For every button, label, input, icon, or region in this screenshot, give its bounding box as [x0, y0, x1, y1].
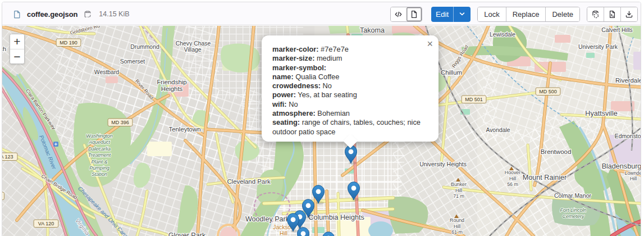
map-label: Lownde [625, 170, 641, 176]
gitlab-file-viewer: coffee.geojson 14.15 KiB [0, 0, 644, 236]
map[interactable]: MD 190MD 396MD 500MD 501VA 120A 1239 Tak… [2, 26, 641, 236]
popup-close-button[interactable]: × [426, 38, 434, 50]
popup-field: atmosphere: Bohemian [272, 109, 426, 118]
route-shield [2, 192, 4, 200]
map-label: Woodley Park [245, 215, 290, 223]
chevron-down-icon [459, 12, 465, 16]
map-label: Tenleytown [169, 126, 201, 133]
zoom-in-button[interactable]: + [10, 34, 24, 49]
route-shield-label: A 123 [2, 154, 13, 160]
map-label: University Heights [419, 161, 467, 167]
map-label: Glover Park [168, 232, 206, 236]
map-label: Colmar Manor [554, 193, 591, 199]
zoom-out-button[interactable]: − [10, 49, 24, 63]
map-label: Heights [161, 85, 183, 92]
copy-file-contents-icon[interactable] [587, 7, 604, 21]
route-shield-label: MD 501 [465, 97, 483, 102]
view-toggle-group [390, 7, 422, 22]
map-label: Somerset [120, 58, 145, 65]
map-label: Mount Rainier [523, 174, 567, 181]
file-name: coffee.geojson [27, 10, 77, 19]
map-label: Bunker [451, 181, 467, 187]
popup-field: seating: range of chairs, tables, couche… [272, 118, 426, 137]
map-label: Friendship [157, 79, 186, 85]
map-label: Round [450, 217, 464, 223]
map-label: Fort Lincoln [560, 207, 586, 213]
map-label: Columbia Heights [308, 214, 364, 221]
map-label: Village [184, 47, 201, 53]
map-label: Hill [280, 230, 287, 236]
file-size: 14.15 KiB [99, 10, 129, 18]
file-title-group: coffee.geojson 14.15 KiB [12, 9, 130, 20]
route-shield-label: VA 120 [38, 221, 54, 226]
map-label: Hill [630, 176, 637, 181]
copy-file-path-icon[interactable] [83, 9, 93, 19]
map-label: ch [2, 46, 6, 52]
file-actions: Edit Lock Replace Delete [390, 7, 638, 22]
map-label: Hill [454, 224, 460, 229]
map-label: Pumping [89, 165, 109, 171]
map-label: 61 m [451, 229, 463, 235]
zoom-control: + − [10, 34, 25, 64]
map-label: Brentwood [541, 148, 571, 155]
route-shield-label: MD 190 [60, 40, 77, 46]
open-raw-icon[interactable] [604, 7, 620, 21]
map-label: Riverdale [615, 77, 641, 84]
download-icon[interactable] [620, 7, 637, 21]
map-popup: marker-color: #7e7e7emarker-size: medium… [262, 35, 439, 142]
route-shield-label: MD 396 [111, 120, 129, 125]
map-label: Cemetery [562, 214, 584, 219]
display-source-button[interactable] [391, 7, 406, 21]
map-label: 71 m [453, 193, 464, 199]
map-label: Hill [509, 176, 516, 181]
popup-field: marker-color: #7e7e7e [272, 45, 426, 54]
map-label: Hyattsville [585, 110, 617, 117]
replace-button[interactable]: Replace [506, 7, 546, 21]
map-label: Lewisdale [490, 31, 515, 38]
map-label: Drummond [130, 44, 159, 50]
popup-field: power: Yes, at bar seating [272, 90, 426, 99]
map-label: Treatment [88, 152, 111, 158]
map-label: Hoover [505, 170, 520, 175]
map-label: Bladensburg [602, 162, 641, 170]
popup-field: name: Qualia Coffee [272, 72, 426, 81]
popup-field: wifi: No [272, 100, 426, 109]
map-label: Avondale [486, 127, 510, 133]
popup-field: marker-size: medium [272, 54, 426, 63]
popup-field: crowdedness: No [272, 81, 426, 90]
map-label: Edmonston [615, 133, 641, 139]
map-label: Dalecarlia [88, 146, 111, 152]
map-label: Station [92, 171, 107, 177]
map-label: Westbard [94, 69, 119, 75]
lock-button[interactable]: Lock [478, 7, 505, 21]
map-label: Chevy Chase [176, 40, 211, 47]
map-label: Cleveland Park [227, 178, 271, 185]
file-buttons-group: Lock Replace Delete [477, 7, 580, 22]
edit-button[interactable]: Edit [431, 7, 453, 22]
file-icon [12, 9, 22, 20]
map-label: Washington [86, 133, 112, 139]
map-label: Calvert Hills [601, 27, 632, 33]
map-label: Aqueduct [88, 139, 111, 145]
popup-content: marker-color: #7e7e7emarker-size: medium… [262, 35, 439, 143]
map-label: Plant & [91, 159, 107, 165]
delete-button[interactable]: Delete [545, 7, 579, 21]
map-label: 56 m [507, 181, 518, 187]
route-shield-label: MD 500 [539, 89, 557, 94]
file-card: coffee.geojson 14.15 KiB [2, 2, 641, 236]
display-rendered-button[interactable] [406, 7, 422, 21]
map-label: University Park [578, 44, 618, 50]
map-label: Chillum [441, 69, 462, 76]
file-icon-buttons-group [587, 7, 638, 22]
edit-dropdown-button[interactable] [453, 7, 471, 22]
map-label: Hill [455, 188, 462, 193]
popup-field: marker-symbol: [272, 63, 426, 72]
map-label: Takoma [360, 26, 385, 34]
edit-split-button: Edit [431, 7, 471, 22]
file-header: coffee.geojson 14.15 KiB [2, 2, 641, 25]
